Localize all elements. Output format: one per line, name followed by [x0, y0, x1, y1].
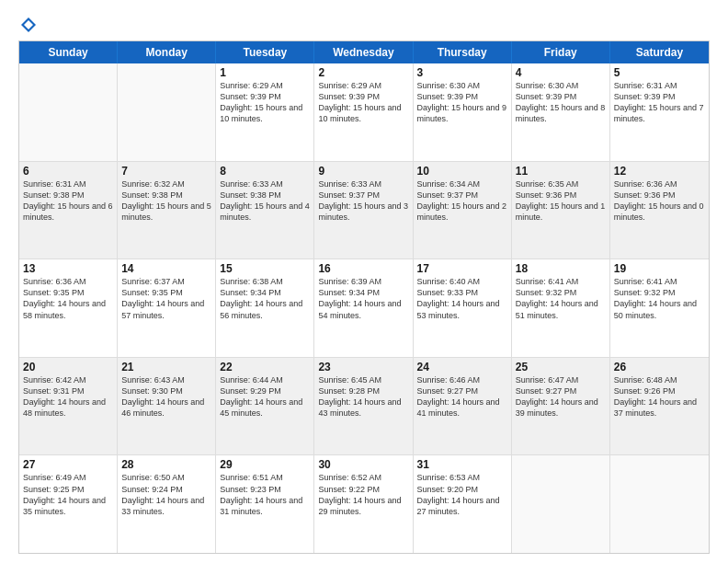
calendar-header: SundayMondayTuesdayWednesdayThursdayFrid… [19, 41, 709, 63]
calendar-cell: 16Sunrise: 6:39 AM Sunset: 9:34 PM Dayli… [314, 259, 413, 357]
calendar-cell: 27Sunrise: 6:49 AM Sunset: 9:25 PM Dayli… [19, 455, 118, 553]
header-day-wednesday: Wednesday [314, 41, 413, 63]
calendar-cell [610, 455, 709, 553]
cell-info: Sunrise: 6:34 AM Sunset: 9:37 PM Dayligh… [417, 178, 507, 224]
cell-info: Sunrise: 6:53 AM Sunset: 9:20 PM Dayligh… [417, 472, 507, 517]
day-number: 18 [516, 262, 606, 275]
calendar-cell: 19Sunrise: 6:41 AM Sunset: 9:32 PM Dayli… [610, 259, 709, 357]
cell-info: Sunrise: 6:48 AM Sunset: 9:26 PM Dayligh… [614, 374, 705, 419]
header [18, 17, 710, 33]
day-number: 9 [318, 165, 408, 178]
cell-info: Sunrise: 6:39 AM Sunset: 9:34 PM Dayligh… [318, 276, 408, 321]
calendar-cell: 2Sunrise: 6:29 AM Sunset: 9:39 PM Daylig… [314, 63, 413, 161]
calendar-row-1: 1Sunrise: 6:29 AM Sunset: 9:39 PM Daylig… [19, 63, 709, 161]
header-day-thursday: Thursday [414, 41, 512, 63]
calendar-cell [512, 455, 610, 553]
day-number: 11 [516, 165, 606, 178]
calendar-row-4: 20Sunrise: 6:42 AM Sunset: 9:31 PM Dayli… [19, 357, 709, 455]
cell-info: Sunrise: 6:47 AM Sunset: 9:27 PM Dayligh… [516, 374, 606, 419]
day-number: 5 [614, 66, 705, 79]
calendar-cell: 11Sunrise: 6:35 AM Sunset: 9:36 PM Dayli… [512, 162, 610, 259]
cell-info: Sunrise: 6:46 AM Sunset: 9:27 PM Dayligh… [417, 374, 507, 419]
day-number: 15 [220, 262, 310, 275]
calendar: SundayMondayTuesdayWednesdayThursdayFrid… [18, 40, 710, 554]
calendar-cell: 26Sunrise: 6:48 AM Sunset: 9:26 PM Dayli… [610, 358, 709, 455]
cell-info: Sunrise: 6:33 AM Sunset: 9:38 PM Dayligh… [220, 178, 310, 224]
cell-info: Sunrise: 6:51 AM Sunset: 9:23 PM Dayligh… [220, 472, 310, 517]
cell-info: Sunrise: 6:36 AM Sunset: 9:35 PM Dayligh… [23, 276, 113, 321]
day-number: 26 [614, 361, 705, 373]
calendar-cell: 12Sunrise: 6:36 AM Sunset: 9:36 PM Dayli… [610, 162, 709, 259]
cell-info: Sunrise: 6:29 AM Sunset: 9:39 PM Dayligh… [220, 80, 310, 125]
header-day-sunday: Sunday [19, 41, 118, 63]
day-number: 3 [417, 66, 507, 79]
cell-info: Sunrise: 6:49 AM Sunset: 9:25 PM Dayligh… [23, 472, 113, 517]
calendar-cell: 10Sunrise: 6:34 AM Sunset: 9:37 PM Dayli… [414, 162, 512, 259]
calendar-cell: 8Sunrise: 6:33 AM Sunset: 9:38 PM Daylig… [216, 162, 314, 259]
calendar-row-2: 6Sunrise: 6:31 AM Sunset: 9:38 PM Daylig… [19, 161, 709, 259]
day-number: 12 [614, 165, 705, 178]
day-number: 8 [220, 165, 310, 178]
day-number: 23 [318, 361, 408, 373]
logo [18, 17, 39, 33]
cell-info: Sunrise: 6:41 AM Sunset: 9:32 PM Dayligh… [614, 276, 705, 321]
calendar-cell [118, 63, 216, 161]
calendar-cell: 18Sunrise: 6:41 AM Sunset: 9:32 PM Dayli… [512, 259, 610, 357]
calendar-cell: 22Sunrise: 6:44 AM Sunset: 9:29 PM Dayli… [216, 358, 314, 455]
logo-flag-icon [20, 17, 37, 33]
cell-info: Sunrise: 6:30 AM Sunset: 9:39 PM Dayligh… [417, 80, 507, 125]
day-number: 25 [516, 361, 606, 373]
cell-info: Sunrise: 6:35 AM Sunset: 9:36 PM Dayligh… [516, 178, 606, 224]
day-number: 30 [318, 458, 408, 471]
calendar-cell: 21Sunrise: 6:43 AM Sunset: 9:30 PM Dayli… [118, 358, 216, 455]
day-number: 19 [614, 262, 705, 275]
calendar-cell: 29Sunrise: 6:51 AM Sunset: 9:23 PM Dayli… [216, 455, 314, 553]
calendar-cell: 4Sunrise: 6:30 AM Sunset: 9:39 PM Daylig… [512, 63, 610, 161]
calendar-cell: 28Sunrise: 6:50 AM Sunset: 9:24 PM Dayli… [118, 455, 216, 553]
day-number: 10 [417, 165, 507, 178]
calendar-cell: 1Sunrise: 6:29 AM Sunset: 9:39 PM Daylig… [216, 63, 314, 161]
cell-info: Sunrise: 6:41 AM Sunset: 9:32 PM Dayligh… [516, 276, 606, 321]
calendar-cell: 13Sunrise: 6:36 AM Sunset: 9:35 PM Dayli… [19, 259, 118, 357]
cell-info: Sunrise: 6:31 AM Sunset: 9:39 PM Dayligh… [614, 80, 705, 125]
cell-info: Sunrise: 6:33 AM Sunset: 9:37 PM Dayligh… [318, 178, 408, 224]
calendar-cell: 5Sunrise: 6:31 AM Sunset: 9:39 PM Daylig… [610, 63, 709, 161]
day-number: 7 [121, 165, 211, 178]
cell-info: Sunrise: 6:29 AM Sunset: 9:39 PM Dayligh… [318, 80, 408, 125]
day-number: 14 [121, 262, 211, 275]
calendar-cell: 14Sunrise: 6:37 AM Sunset: 9:35 PM Dayli… [118, 259, 216, 357]
day-number: 16 [318, 262, 408, 275]
cell-info: Sunrise: 6:43 AM Sunset: 9:30 PM Dayligh… [121, 374, 211, 419]
calendar-cell: 17Sunrise: 6:40 AM Sunset: 9:33 PM Dayli… [414, 259, 512, 357]
cell-info: Sunrise: 6:32 AM Sunset: 9:38 PM Dayligh… [121, 178, 211, 224]
day-number: 21 [121, 361, 211, 373]
day-number: 13 [23, 262, 113, 275]
calendar-cell: 31Sunrise: 6:53 AM Sunset: 9:20 PM Dayli… [414, 455, 512, 553]
day-number: 22 [220, 361, 310, 373]
day-number: 20 [23, 361, 113, 373]
cell-info: Sunrise: 6:42 AM Sunset: 9:31 PM Dayligh… [23, 374, 113, 419]
calendar-cell: 15Sunrise: 6:38 AM Sunset: 9:34 PM Dayli… [216, 259, 314, 357]
day-number: 29 [220, 458, 310, 471]
header-day-friday: Friday [512, 41, 610, 63]
cell-info: Sunrise: 6:44 AM Sunset: 9:29 PM Dayligh… [220, 374, 310, 419]
calendar-cell [19, 63, 118, 161]
page: SundayMondayTuesdayWednesdayThursdayFrid… [0, 0, 728, 563]
calendar-cell: 20Sunrise: 6:42 AM Sunset: 9:31 PM Dayli… [19, 358, 118, 455]
day-number: 6 [23, 165, 113, 178]
calendar-cell: 23Sunrise: 6:45 AM Sunset: 9:28 PM Dayli… [314, 358, 413, 455]
cell-info: Sunrise: 6:30 AM Sunset: 9:39 PM Dayligh… [516, 80, 606, 125]
cell-info: Sunrise: 6:37 AM Sunset: 9:35 PM Dayligh… [121, 276, 211, 321]
calendar-row-3: 13Sunrise: 6:36 AM Sunset: 9:35 PM Dayli… [19, 259, 709, 357]
day-number: 2 [318, 66, 408, 79]
calendar-body: 1Sunrise: 6:29 AM Sunset: 9:39 PM Daylig… [19, 63, 709, 553]
cell-info: Sunrise: 6:36 AM Sunset: 9:36 PM Dayligh… [614, 178, 705, 224]
header-day-saturday: Saturday [610, 41, 709, 63]
day-number: 1 [220, 66, 310, 79]
cell-info: Sunrise: 6:40 AM Sunset: 9:33 PM Dayligh… [417, 276, 507, 321]
day-number: 28 [121, 458, 211, 471]
header-day-tuesday: Tuesday [216, 41, 314, 63]
cell-info: Sunrise: 6:45 AM Sunset: 9:28 PM Dayligh… [318, 374, 408, 419]
day-number: 4 [516, 66, 606, 79]
calendar-cell: 6Sunrise: 6:31 AM Sunset: 9:38 PM Daylig… [19, 162, 118, 259]
